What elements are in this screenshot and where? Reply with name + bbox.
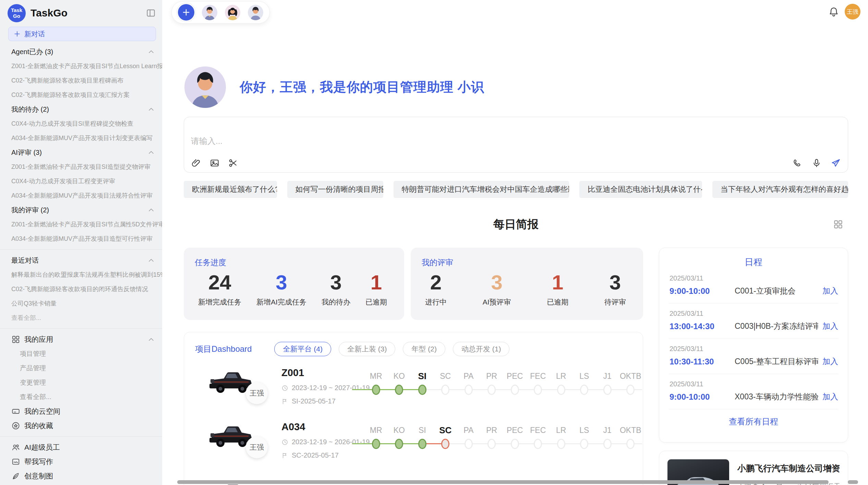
sidebar-list-item[interactable]: C0X4-动力总成开发项目工程变更评审 [0,174,162,188]
milestone-node [557,385,565,395]
group-label: 我的评审 (2) [11,206,147,215]
sidebar-group-header[interactable]: 我的评审 (2) [0,203,162,217]
dashboard-filter-pill[interactable]: 全新平台 (4) [274,342,331,356]
milestone-label: KO [388,370,411,382]
sidebar-list-item[interactable]: C02-飞腾新能源轻客改款项目立项汇报方案 [0,88,162,102]
chevron-up-icon[interactable] [147,148,155,157]
milestone-node-cell [573,436,596,451]
insert-image-icon[interactable] [209,158,220,168]
sidebar-item-creative-drawing[interactable]: 创意制图 [0,469,162,483]
layout-grid-icon[interactable] [833,219,843,229]
horizontal-scrollbar-end[interactable] [848,480,858,484]
chevron-up-icon[interactable] [147,105,155,113]
sidebar-item-favorites[interactable]: 我的收藏 [0,419,162,433]
suggestion-chip[interactable]: 当下年轻人对汽车外观有怎样的喜好趋势 [712,181,848,198]
session-avatar[interactable] [202,5,217,20]
dashboard-filter-pill[interactable]: 动总开发 (1) [453,342,510,356]
sidebar-list-item[interactable]: C02-飞腾新能源轻客改款项目里程碑画布 [0,73,162,88]
divider [0,328,162,329]
sidebar-item-help-me-write[interactable]: 帮我写作 [0,455,162,469]
my-reviews-card: 我的评审 2 进行中 3 AI预评审 1 已逾期 3 待评审 [411,248,643,320]
voice-call-icon[interactable] [792,158,803,168]
chevron-up-icon[interactable] [147,206,155,214]
app-sub-item[interactable]: 变更管理 [0,375,162,390]
sidebar-item-my-apps[interactable]: 我的应用 [0,332,162,347]
app-sub-item[interactable]: 产品管理 [0,361,162,375]
milestone-node-cell [411,382,434,397]
suggestion-chip[interactable]: 比亚迪全固态电池计划具体说了什么 [579,181,702,198]
sidebar-list-item[interactable]: 查看全部... [0,311,162,325]
daily-briefing-title: 每日简报 [184,216,848,232]
group-label: 我的待办 (2) [11,105,147,114]
dashboard-filter-pill[interactable]: 年型 (2) [403,342,445,356]
owner-badge: 王强 [246,382,268,404]
join-link[interactable]: 加入 [822,356,838,367]
sidebar-list-item[interactable]: A034-全新新能源MUV产品开发项目造型可行性评审 [0,232,162,246]
view-all-schedule-link[interactable]: 查看所有日程 [659,409,848,427]
collapse-sidebar-icon[interactable] [146,8,156,18]
milestone-label: SC [434,370,457,382]
new-session-button[interactable] [178,4,194,21]
sidebar-list-item[interactable]: A034-全新新能源MUV产品开发项目法规符合性评审 [0,188,162,203]
chevron-up-icon[interactable] [147,335,155,344]
stat-label: 已逾期 [365,297,387,307]
favorites-label: 我的收藏 [24,421,155,431]
dashboard-filter-pill[interactable]: 全新上装 (3) [339,342,396,356]
session-avatar[interactable] [225,5,240,20]
sidebar-list-item[interactable]: Z001-全新燃油皮卡产品开发项目SI节点Lesson Learn报告 [0,59,162,73]
app-sub-item[interactable]: 查看全部... [0,390,162,404]
chevron-up-icon[interactable] [147,256,155,264]
stat-label: AI预评审 [483,297,511,307]
stat-label: 已逾期 [547,297,568,307]
milestone-node [534,439,542,449]
sidebar-list-item[interactable]: C0X4-动力总成开发项目SI里程碑提交物检查 [0,116,162,131]
sidebar-list-item[interactable]: A034-全新新能源MUV产品开发项目计划变更表编写 [0,131,162,145]
sidebar-group-header[interactable]: AI评审 (3) [0,145,162,160]
join-link[interactable]: 加入 [822,321,838,332]
sidebar-list-item[interactable]: Z001-全新燃油轻卡产品开发项目SI节点属性5D文件评审 [0,217,162,232]
sidebar-list-item[interactable]: Z001-全新燃油轻卡产品开发项目SI造型提交物评审 [0,160,162,174]
app-sub-item[interactable]: 项目管理 [0,347,162,361]
suggestion-chip[interactable]: 欧洲新规最近颁布了什么? [184,181,277,198]
chevron-up-icon[interactable] [147,48,155,56]
attachment-icon[interactable] [191,158,201,168]
milestone-node-cell [480,436,504,451]
sidebar-group-header[interactable]: 我的待办 (2) [0,102,162,116]
join-link[interactable]: 加入 [822,286,838,296]
schedule-time: 9:00-10:00 [670,286,735,296]
recent-chats-header[interactable]: 最近对话 [0,253,162,268]
session-avatar[interactable] [248,5,263,20]
milestone-node [626,439,635,449]
sidebar-group-header[interactable]: Agent已办 (3) [0,45,162,59]
sidebar-list-item[interactable]: 解释最新出台的欧盟报废车法规再生塑料比例被调到15%... [0,268,162,282]
message-input[interactable] [191,122,839,149]
screenshot-scissors-icon[interactable] [228,158,238,168]
sidebar-list-item[interactable]: 公司Q3轻卡销量 [0,296,162,311]
sidebar-item-ai-super-staff[interactable]: AI超级员工 [0,440,162,455]
new-chat-button[interactable]: 新对话 [8,27,156,41]
notifications-bell-icon[interactable] [828,6,839,17]
sidebar-scroll: Agent已办 (3) Z001-全新燃油皮卡产品开发项目SI节点Lesson … [0,41,162,483]
people-icon [11,443,20,452]
user-avatar[interactable]: 王强 [845,4,860,20]
send-icon[interactable] [831,158,841,168]
ai-super-staff-label: AI超级员工 [24,443,155,452]
project-row[interactable]: 王强 Z001 2023-12-19 ~ 2027-01-19 SI-2025-… [184,366,643,420]
milestone-node-cell [388,436,411,451]
suggestion-chip[interactable]: 特朗普可能对进口汽车增税会对中国车企造成哪些影响 [394,181,569,198]
milestone-label: J1 [596,424,619,436]
horizontal-scrollbar[interactable] [177,480,829,484]
logo-text-bottom: Go [13,13,20,19]
suggestion-chip[interactable]: 如何写一份清晰的项目周报 [287,181,383,198]
join-link[interactable]: 加入 [822,391,838,402]
creative-drawing-label: 创意制图 [24,471,155,481]
assistant-greeting: 你好，王强，我是你的项目管理助理 小识 [240,78,484,96]
milestone-label: MR [364,370,388,382]
project-row[interactable]: 王强 A034 2023-12-19 ~ 2026-01-19 SC-2025-… [184,420,643,474]
sidebar-item-cloud-space[interactable]: 我的云空间 [0,404,162,419]
stat: 3 我的待办 [322,270,350,307]
milestone-node-cell [364,382,388,397]
news-card[interactable]: 小鹏飞行汽车制造公司增资 天眼查 App 显示，近日广州汇天飞行汽... [659,451,848,485]
sidebar-list-item[interactable]: C02-飞腾新能源轻客改款项目的闭环通告反馈情况 [0,282,162,296]
microphone-icon[interactable] [811,158,822,168]
